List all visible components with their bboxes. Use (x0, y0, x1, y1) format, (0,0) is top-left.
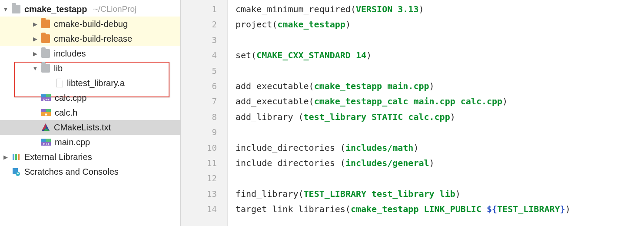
code-token: includes/general (345, 158, 429, 168)
code-token: ) (413, 143, 418, 153)
gutter-line-number: 6 (181, 79, 217, 94)
code-token: TEST_LIBRARY test_library lib (304, 189, 455, 199)
tree-root[interactable]: ▼ cmake_testapp ~/CLionProj (0, 2, 180, 17)
tree-item-label: External Libraries (24, 152, 92, 162)
gutter-line-number: 2 (181, 17, 217, 32)
code-token: includes/math (345, 143, 414, 153)
code-line[interactable]: add_executable(cmake_testapp main.cpp) (236, 79, 644, 94)
code-token: cmake_testapp (277, 19, 345, 30)
code-line[interactable]: include_directories (includes/math) (236, 140, 644, 156)
code-token: cmake_minimum_required( (236, 4, 356, 14)
folder-icon (41, 34, 50, 43)
code-line[interactable]: project(cmake_testapp) (236, 17, 644, 32)
gutter-line-number: 7 (181, 94, 217, 109)
code-token: target_link_libraries( (236, 204, 351, 214)
code-line[interactable]: find_library(TEST_LIBRARY test_library l… (236, 186, 644, 202)
cmake-file-icon (41, 123, 50, 132)
tree-item[interactable]: ▶includes (0, 46, 180, 61)
code-token: add_executable( (236, 81, 314, 91)
code-token: ) (455, 189, 461, 199)
tree-item-label: Scratches and Consoles (24, 167, 119, 177)
chevron-down-icon[interactable]: ▼ (32, 65, 38, 72)
chevron-right-icon[interactable]: ▶ (32, 21, 38, 27)
code-area[interactable]: cmake_minimum_required(VERSION 3.13)proj… (228, 0, 644, 226)
code-token: VERSION 3.13 (356, 4, 419, 14)
gutter: 1234567891011121314 (181, 0, 228, 226)
code-line[interactable] (236, 33, 644, 48)
code-line[interactable]: set(CMAKE_CXX_STANDARD 14) (236, 48, 644, 63)
tree-item[interactable]: ▶C++main.cpp (0, 135, 180, 150)
code-token: ${ (487, 204, 497, 214)
gutter-line-number: 9 (181, 125, 217, 140)
svg-rect-17 (18, 154, 20, 160)
scratches-icon (12, 167, 20, 176)
tree-item-label: lib (54, 63, 63, 73)
code-token: ) (502, 96, 508, 106)
code-line[interactable] (236, 63, 644, 79)
tree-item-label: cmake-build-debug (54, 19, 128, 29)
code-line[interactable]: add_executable(cmake_testapp_calc main.c… (236, 94, 644, 109)
code-line[interactable]: include_directories (includes/general) (236, 156, 644, 171)
tree-item-label: CMakeLists.txt (54, 123, 111, 133)
svg-rect-12 (41, 139, 46, 142)
code-token: TEST_LIBRARY (497, 204, 560, 214)
chevron-right-icon[interactable]: ▶ (32, 36, 38, 42)
svg-text:C++: C++ (43, 142, 49, 146)
code-token: } (560, 204, 565, 214)
folder-icon (12, 5, 20, 13)
folder-icon (41, 64, 50, 73)
code-token: ) (429, 81, 435, 91)
code-line[interactable]: cmake_minimum_required(VERSION 3.13) (236, 2, 644, 17)
cpp-file-icon: C++ (41, 94, 51, 101)
tree-item[interactable]: ▶External Libraries (0, 150, 180, 164)
gutter-line-number: 8 (181, 110, 217, 125)
svg-rect-13 (46, 139, 51, 142)
gutter-line-number: 1 (181, 2, 217, 17)
code-token: cmake_testapp LINK_PUBLIC (351, 204, 487, 214)
gutter-line-number: 14 (181, 202, 217, 217)
code-token: test_library STATIC calc.cpp (304, 112, 450, 122)
gutter-line-number: 3 (181, 33, 217, 48)
external-libraries-icon (12, 153, 20, 161)
code-token: ) (565, 204, 571, 214)
tree-item[interactable]: ▶cmake-build-debug (0, 17, 180, 31)
code-token: ) (366, 50, 372, 60)
tree-item[interactable]: ▶libtest_library.a (0, 76, 180, 90)
svg-rect-16 (15, 154, 17, 160)
tree-item[interactable]: ▼lib (0, 61, 180, 76)
code-token: ) (418, 4, 424, 14)
gutter-line-number: 5 (181, 63, 217, 79)
chevron-right-icon[interactable]: ▶ (3, 154, 9, 160)
tree-item[interactable]: ▶CMakeLists.txt (0, 120, 180, 135)
gutter-line-number: 11 (181, 156, 217, 171)
code-token: project( (236, 19, 277, 30)
svg-text:C++: C++ (43, 98, 49, 101)
folder-icon (41, 20, 50, 28)
code-line[interactable]: target_link_libraries(cmake_testapp LINK… (236, 202, 644, 217)
svg-rect-2 (46, 94, 51, 97)
svg-rect-6 (46, 109, 51, 112)
code-token: add_library ( (236, 112, 304, 122)
code-token: include_directories ( (236, 158, 345, 168)
tree-item[interactable]: ▶Scratches and Consoles (0, 164, 180, 179)
svg-rect-5 (41, 109, 46, 112)
chevron-down-icon[interactable]: ▼ (3, 6, 9, 13)
tree-item[interactable]: ▶C++calc.cpp (0, 90, 180, 105)
code-token: ) (429, 158, 435, 168)
code-line[interactable] (236, 125, 644, 140)
tree-item-label: includes (54, 49, 86, 59)
code-editor[interactable]: 1234567891011121314 cmake_minimum_requir… (181, 0, 644, 226)
tree-item[interactable]: ▶Hcalc.h (0, 105, 180, 120)
svg-rect-1 (41, 94, 46, 97)
folder-icon (41, 49, 50, 58)
gutter-line-number: 4 (181, 48, 217, 63)
file-icon (56, 79, 63, 87)
code-token: add_executable( (236, 96, 314, 106)
code-line[interactable] (236, 171, 644, 186)
project-tree[interactable]: ▼ cmake_testapp ~/CLionProj ▶cmake-build… (0, 0, 181, 226)
code-line[interactable]: add_library (test_library STATIC calc.cp… (236, 110, 644, 125)
tree-item[interactable]: ▶cmake-build-release (0, 31, 180, 46)
code-token: cmake_testapp main.cpp (314, 81, 429, 91)
chevron-right-icon[interactable]: ▶ (32, 50, 38, 57)
tree-root-hint: ~/CLionProj (93, 4, 137, 14)
